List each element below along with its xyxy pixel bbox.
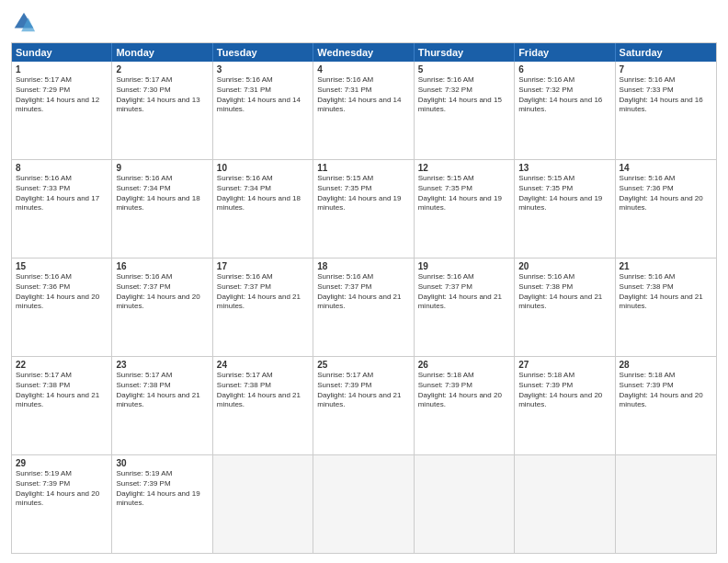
day-info: Sunrise: 5:16 AMSunset: 7:32 PMDaylight:… (518, 75, 610, 115)
day-number: 3 (217, 64, 309, 75)
day-number: 26 (418, 360, 510, 370)
day-number: 22 (16, 360, 108, 370)
calendar-header-saturday: Saturday (616, 43, 716, 62)
calendar-header-thursday: Thursday (415, 43, 515, 62)
calendar-day-7: 7Sunrise: 5:16 AMSunset: 7:33 PMDaylight… (616, 62, 716, 159)
page: SundayMondayTuesdayWednesdayThursdayFrid… (0, 0, 728, 563)
calendar-header-sunday: Sunday (12, 43, 112, 62)
calendar-day-26: 26Sunrise: 5:18 AMSunset: 7:39 PMDayligh… (415, 357, 515, 454)
calendar-row-1: 1Sunrise: 5:17 AMSunset: 7:29 PMDaylight… (12, 62, 716, 159)
calendar-day-8: 8Sunrise: 5:16 AMSunset: 7:33 PMDaylight… (12, 160, 112, 258)
day-number: 27 (518, 360, 610, 370)
calendar-day-24: 24Sunrise: 5:17 AMSunset: 7:38 PMDayligh… (213, 357, 313, 454)
day-info: Sunrise: 5:16 AMSunset: 7:38 PMDaylight:… (518, 272, 610, 312)
day-info: Sunrise: 5:16 AMSunset: 7:36 PMDaylight:… (620, 174, 712, 213)
day-number: 18 (317, 261, 409, 271)
day-number: 25 (317, 360, 409, 370)
day-number: 28 (620, 360, 712, 370)
calendar-day-12: 12Sunrise: 5:15 AMSunset: 7:35 PMDayligh… (415, 160, 515, 258)
day-number: 5 (418, 64, 510, 75)
day-number: 14 (620, 163, 712, 173)
day-info: Sunrise: 5:16 AMSunset: 7:33 PMDaylight:… (620, 75, 712, 115)
calendar-header-tuesday: Tuesday (213, 43, 313, 62)
calendar-row-4: 22Sunrise: 5:17 AMSunset: 7:38 PMDayligh… (12, 356, 716, 454)
day-info: Sunrise: 5:17 AMSunset: 7:29 PMDaylight:… (16, 75, 108, 115)
day-info: Sunrise: 5:17 AMSunset: 7:38 PMDaylight:… (116, 371, 208, 410)
calendar-row-5: 29Sunrise: 5:19 AMSunset: 7:39 PMDayligh… (12, 454, 716, 553)
calendar-day-25: 25Sunrise: 5:17 AMSunset: 7:39 PMDayligh… (313, 357, 414, 454)
day-info: Sunrise: 5:16 AMSunset: 7:31 PMDaylight:… (317, 75, 409, 115)
calendar-body: 1Sunrise: 5:17 AMSunset: 7:29 PMDaylight… (12, 62, 716, 553)
day-info: Sunrise: 5:15 AMSunset: 7:35 PMDaylight:… (418, 174, 510, 213)
day-info: Sunrise: 5:16 AMSunset: 7:38 PMDaylight:… (620, 272, 712, 312)
calendar-day-27: 27Sunrise: 5:18 AMSunset: 7:39 PMDayligh… (515, 357, 615, 454)
day-info: Sunrise: 5:15 AMSunset: 7:35 PMDaylight:… (317, 174, 409, 213)
calendar-day-21: 21Sunrise: 5:16 AMSunset: 7:38 PMDayligh… (616, 259, 716, 356)
calendar-header-friday: Friday (515, 43, 615, 62)
calendar-day-13: 13Sunrise: 5:15 AMSunset: 7:35 PMDayligh… (515, 160, 615, 258)
day-number: 15 (16, 261, 108, 271)
day-info: Sunrise: 5:16 AMSunset: 7:34 PMDaylight:… (217, 174, 309, 213)
calendar-day-3: 3Sunrise: 5:16 AMSunset: 7:31 PMDaylight… (213, 62, 313, 159)
day-number: 23 (116, 360, 208, 370)
day-number: 6 (518, 64, 610, 75)
calendar-header-row: SundayMondayTuesdayWednesdayThursdayFrid… (12, 43, 716, 62)
day-info: Sunrise: 5:17 AMSunset: 7:38 PMDaylight:… (16, 371, 108, 410)
calendar-day-17: 17Sunrise: 5:16 AMSunset: 7:37 PMDayligh… (213, 259, 313, 356)
day-info: Sunrise: 5:16 AMSunset: 7:31 PMDaylight:… (217, 75, 309, 115)
day-number: 2 (116, 64, 208, 75)
day-info: Sunrise: 5:19 AMSunset: 7:39 PMDaylight:… (116, 469, 208, 509)
calendar-row-3: 15Sunrise: 5:16 AMSunset: 7:36 PMDayligh… (12, 258, 716, 356)
day-info: Sunrise: 5:16 AMSunset: 7:33 PMDaylight:… (16, 174, 108, 213)
calendar-day-28: 28Sunrise: 5:18 AMSunset: 7:39 PMDayligh… (616, 357, 716, 454)
calendar-empty-cell (313, 455, 414, 553)
day-info: Sunrise: 5:17 AMSunset: 7:30 PMDaylight:… (116, 75, 208, 115)
day-info: Sunrise: 5:18 AMSunset: 7:39 PMDaylight:… (620, 371, 712, 410)
calendar-day-10: 10Sunrise: 5:16 AMSunset: 7:34 PMDayligh… (213, 160, 313, 258)
calendar-day-5: 5Sunrise: 5:16 AMSunset: 7:32 PMDaylight… (415, 62, 515, 159)
day-info: Sunrise: 5:16 AMSunset: 7:37 PMDaylight:… (317, 272, 409, 312)
calendar-day-19: 19Sunrise: 5:16 AMSunset: 7:37 PMDayligh… (415, 259, 515, 356)
day-number: 10 (217, 163, 309, 173)
header (11, 9, 717, 35)
calendar-day-20: 20Sunrise: 5:16 AMSunset: 7:38 PMDayligh… (515, 259, 615, 356)
calendar-header-wednesday: Wednesday (313, 43, 414, 62)
calendar-day-18: 18Sunrise: 5:16 AMSunset: 7:37 PMDayligh… (313, 259, 414, 356)
calendar-empty-cell (213, 455, 313, 553)
calendar: SundayMondayTuesdayWednesdayThursdayFrid… (11, 42, 717, 554)
day-info: Sunrise: 5:16 AMSunset: 7:36 PMDaylight:… (16, 272, 108, 312)
calendar-empty-cell (515, 455, 615, 553)
day-number: 8 (16, 163, 108, 173)
logo (11, 9, 40, 35)
day-number: 13 (518, 163, 610, 173)
day-info: Sunrise: 5:19 AMSunset: 7:39 PMDaylight:… (16, 469, 108, 509)
calendar-empty-cell (616, 455, 716, 553)
day-number: 29 (16, 458, 108, 468)
day-info: Sunrise: 5:16 AMSunset: 7:34 PMDaylight:… (116, 174, 208, 213)
day-number: 24 (217, 360, 309, 370)
day-number: 9 (116, 163, 208, 173)
calendar-day-2: 2Sunrise: 5:17 AMSunset: 7:30 PMDaylight… (112, 62, 212, 159)
calendar-day-4: 4Sunrise: 5:16 AMSunset: 7:31 PMDaylight… (313, 62, 414, 159)
day-number: 19 (418, 261, 510, 271)
day-number: 7 (620, 64, 712, 75)
day-info: Sunrise: 5:15 AMSunset: 7:35 PMDaylight:… (518, 174, 610, 213)
day-info: Sunrise: 5:16 AMSunset: 7:37 PMDaylight:… (217, 272, 309, 312)
calendar-day-9: 9Sunrise: 5:16 AMSunset: 7:34 PMDaylight… (112, 160, 212, 258)
calendar-day-23: 23Sunrise: 5:17 AMSunset: 7:38 PMDayligh… (112, 357, 212, 454)
logo-icon (11, 9, 37, 35)
day-info: Sunrise: 5:16 AMSunset: 7:37 PMDaylight:… (116, 272, 208, 312)
calendar-day-14: 14Sunrise: 5:16 AMSunset: 7:36 PMDayligh… (616, 160, 716, 258)
calendar-day-29: 29Sunrise: 5:19 AMSunset: 7:39 PMDayligh… (12, 455, 112, 553)
day-info: Sunrise: 5:18 AMSunset: 7:39 PMDaylight:… (418, 371, 510, 410)
calendar-day-22: 22Sunrise: 5:17 AMSunset: 7:38 PMDayligh… (12, 357, 112, 454)
day-info: Sunrise: 5:17 AMSunset: 7:38 PMDaylight:… (217, 371, 309, 410)
calendar-empty-cell (415, 455, 515, 553)
day-info: Sunrise: 5:18 AMSunset: 7:39 PMDaylight:… (518, 371, 610, 410)
day-number: 16 (116, 261, 208, 271)
calendar-day-15: 15Sunrise: 5:16 AMSunset: 7:36 PMDayligh… (12, 259, 112, 356)
day-info: Sunrise: 5:17 AMSunset: 7:39 PMDaylight:… (317, 371, 409, 410)
day-number: 1 (16, 64, 108, 75)
calendar-row-2: 8Sunrise: 5:16 AMSunset: 7:33 PMDaylight… (12, 159, 716, 258)
day-number: 30 (116, 458, 208, 468)
